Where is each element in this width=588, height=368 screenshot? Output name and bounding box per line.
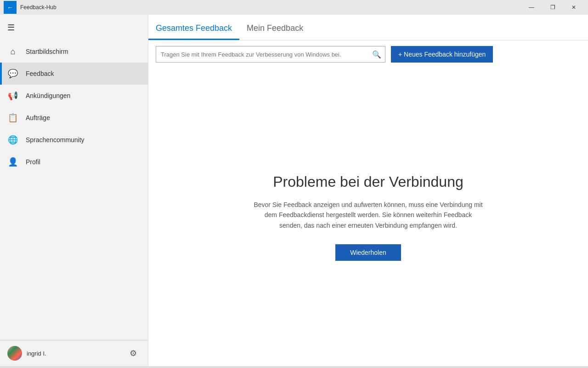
search-box: 🔍 — [156, 46, 385, 63]
hamburger-menu-button[interactable]: ☰ — [0, 17, 22, 39]
search-icon: 🔍 — [372, 50, 381, 59]
sidebar-item-startbildschirm[interactable]: ⌂ Startbildschirm — [0, 40, 148, 63]
profile-icon: 👤 — [7, 157, 18, 167]
window-controls: — ❐ ✕ — [521, 0, 584, 15]
sidebar-item-label-ankuendigungen: Ankündigungen — [26, 92, 70, 99]
add-feedback-button[interactable]: + Neues Feedback hinzufügen — [391, 46, 493, 63]
restore-button[interactable]: ❐ — [542, 0, 563, 15]
tab-gesamtes-feedback[interactable]: Gesamtes Feedback — [148, 18, 239, 40]
sidebar-item-feedback[interactable]: 💬 Feedback — [0, 63, 148, 85]
tab-mein-feedback[interactable]: Mein Feedback — [239, 18, 311, 40]
gear-icon: ⚙ — [130, 348, 137, 358]
sidebar-item-label-startbildschirm: Startbildschirm — [26, 48, 68, 55]
sidebar-item-profil[interactable]: 👤 Profil — [0, 151, 148, 173]
hamburger-icon: ☰ — [7, 23, 15, 33]
sidebar-item-label-auftraege: Aufträge — [26, 114, 50, 121]
settings-button[interactable]: ⚙ — [126, 346, 141, 361]
taskbar — [0, 366, 588, 368]
error-title: Probleme bei der Verbindung — [273, 173, 464, 190]
community-icon: 🌐 — [7, 135, 18, 145]
tab-label-mein-feedback: Mein Feedback — [247, 23, 303, 33]
tasks-icon: 📋 — [7, 113, 18, 123]
user-info: ingrid I. — [7, 346, 46, 361]
tabs-bar: Gesamtes Feedback Mein Feedback — [148, 15, 588, 40]
home-icon: ⌂ — [7, 47, 18, 57]
main-content: Gesamtes Feedback Mein Feedback 🔍 + Neue… — [148, 15, 588, 366]
app-body: ☰ ⌂ Startbildschirm 💬 Feedback 📢 Ankündi… — [0, 15, 588, 366]
minimize-button[interactable]: — — [521, 0, 542, 15]
search-button[interactable]: 🔍 — [368, 46, 385, 63]
sidebar: ☰ ⌂ Startbildschirm 💬 Feedback 📢 Ankündi… — [0, 15, 148, 366]
sidebar-item-sprachencommunity[interactable]: 🌐 Sprachencommunity — [0, 129, 148, 151]
error-description: Bevor Sie Feedback anzeigen und aufwerte… — [254, 200, 483, 230]
error-area: Probleme bei der Verbindung Bevor Sie Fe… — [148, 68, 588, 366]
app-title: Feedback-Hub — [20, 4, 517, 11]
feedback-icon: 💬 — [7, 69, 18, 79]
title-bar: ← Feedback-Hub — ❐ ✕ — [0, 0, 588, 15]
back-icon: ← — [7, 4, 13, 11]
avatar — [7, 346, 22, 361]
add-feedback-label: + Neues Feedback hinzufügen — [398, 51, 486, 58]
toolbar: 🔍 + Neues Feedback hinzufügen — [148, 40, 588, 68]
search-input[interactable] — [156, 46, 368, 62]
sidebar-item-ankuendigungen[interactable]: 📢 Ankündigungen — [0, 85, 148, 107]
sidebar-item-auftraege[interactable]: 📋 Aufträge — [0, 107, 148, 129]
sidebar-bottom: ingrid I. ⚙ — [0, 340, 148, 366]
sidebar-item-label-sprachencommunity: Sprachencommunity — [26, 136, 85, 144]
sidebar-item-label-profil: Profil — [26, 158, 40, 166]
announcements-icon: 📢 — [7, 91, 18, 101]
tab-label-gesamtes-feedback: Gesamtes Feedback — [156, 23, 232, 33]
user-name: ingrid I. — [27, 350, 46, 357]
sidebar-item-label-feedback: Feedback — [26, 70, 54, 77]
sidebar-nav: ⌂ Startbildschirm 💬 Feedback 📢 Ankündigu… — [0, 40, 148, 340]
back-button[interactable]: ← — [4, 1, 17, 14]
retry-button[interactable]: Wiederholen — [335, 244, 401, 261]
close-button[interactable]: ✕ — [563, 0, 584, 15]
